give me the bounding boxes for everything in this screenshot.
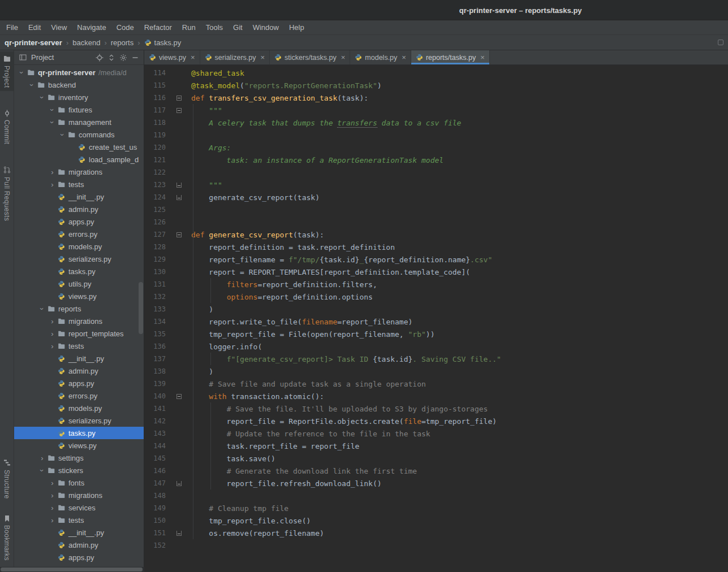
tree-item-stickers[interactable]: ›stickers [14,464,144,476]
editor-tab-reports-tasks-py[interactable]: reports/tasks.py× [411,50,490,64]
tree-item-label: fonts [68,479,84,487]
tree-item-apps-py[interactable]: apps.py [14,551,144,564]
tree-item-settings[interactable]: ›settings [14,452,144,464]
close-tab-icon[interactable]: × [191,54,195,61]
tree-item-fonts[interactable]: ›fonts [14,476,144,489]
tree-item-load-sample-d[interactable]: load_sample_d [14,153,144,166]
tree-item-admin-py[interactable]: admin.py [14,203,144,215]
line-number: 143 [144,430,168,437]
tree-item-create-test-us[interactable]: create_test_us [14,141,144,153]
close-tab-icon[interactable]: × [402,54,406,61]
tool-button-project[interactable]: Project [0,51,14,91]
locate-icon[interactable] [94,53,104,62]
fold-start-icon[interactable] [168,394,189,399]
menu-item-git[interactable]: Git [228,20,248,34]
tree-item-apps-py[interactable]: apps.py [14,215,144,228]
breadcrumb-item-reports[interactable]: reports [111,38,133,47]
chevron-right-icon: › [48,517,57,524]
fold-end-icon[interactable] [168,481,189,486]
fold-start-icon[interactable] [168,96,189,101]
tree-item-report-templates[interactable]: ›report_templates [14,327,144,340]
menu-item-run[interactable]: Run [177,20,201,34]
menu-item-refactor[interactable]: Refactor [139,20,177,34]
tree-item-backend[interactable]: ›backend [14,79,144,91]
project-tree-horizontal-scrollbar[interactable] [1,567,143,571]
tree-root-item[interactable]: ›qr-printer-server/media/d [14,66,144,79]
fold-start-icon[interactable] [168,232,189,237]
settings-icon[interactable] [118,53,128,62]
fold-end-icon[interactable] [168,195,189,200]
project-tree-vertical-scrollbar[interactable] [139,282,143,334]
tree-item-label: utils.py [68,280,91,288]
tree-item-admin-py[interactable]: admin.py [14,539,144,551]
close-tab-icon[interactable]: × [341,54,346,61]
tree-item-tests[interactable]: ›tests [14,178,144,190]
tree-item-migrations[interactable]: ›migrations [14,166,144,178]
tree-item-apps-py[interactable]: apps.py [14,377,144,389]
tree-item-serializers-py[interactable]: serializers.py [14,414,144,427]
editor-line: 128 report_definition = task.report_defi… [144,241,728,253]
tree-item-fixtures[interactable]: ›fixtures [14,103,144,116]
tree-item-init-py[interactable]: __init__.py [14,190,144,203]
editor-tab-serializers-py[interactable]: serializers.py× [200,50,270,64]
tree-item-management[interactable]: ›management [14,116,144,128]
fold-end-icon[interactable] [168,531,189,536]
editor-tab-views-py[interactable]: views.py× [144,50,200,64]
tool-button-structure[interactable]: Structure [0,456,14,502]
folder-icon [57,492,66,499]
tree-item-views-py[interactable]: views.py [14,290,144,302]
menu-item-view[interactable]: View [46,20,72,34]
tree-item-models-py[interactable]: models.py [14,402,144,414]
editor-tab-stickers-tasks-py[interactable]: stickers/tasks.py× [270,50,350,64]
tree-item-init-py[interactable]: __init__.py [14,526,144,539]
python-file-icon [57,392,66,400]
tree-item-errors-py[interactable]: errors.py [14,389,144,402]
menu-item-help[interactable]: Help [284,20,309,34]
tree-item-errors-py[interactable]: errors.py [14,228,144,240]
menu-item-navigate[interactable]: Navigate [72,20,111,34]
tree-item-migrations[interactable]: ›migrations [14,315,144,327]
breadcrumb-item-backend[interactable]: backend [72,38,100,47]
tool-button-commit[interactable]: Commit [0,106,14,148]
tree-item-services[interactable]: ›services [14,501,144,514]
breadcrumb-item-qr-printer-server[interactable]: qr-printer-server [5,38,62,47]
tree-item-views-py[interactable]: views.py [14,439,144,452]
breadcrumb-item-tasks-py[interactable]: tasks.py [144,38,182,47]
editor-tab-models-py[interactable]: models.py× [350,50,411,64]
menu-item-window[interactable]: Window [248,20,284,34]
bookmarks-tool-icon [3,514,11,522]
tool-button-pull-requests[interactable]: Pull Requests [0,163,14,224]
tree-item-migrations[interactable]: ›migrations [14,489,144,501]
chevron-right-icon: › [48,343,57,350]
menu-item-file[interactable]: File [1,20,23,34]
tree-item-reports[interactable]: ›reports [14,302,144,315]
tree-item-tasks-py[interactable]: tasks.py [14,427,144,439]
tree-item-tests[interactable]: ›tests [14,514,144,526]
menu-item-tools[interactable]: Tools [201,20,228,34]
menu-item-edit[interactable]: Edit [23,20,46,34]
tool-button-bookmarks[interactable]: Bookmarks [0,511,14,564]
tree-item-admin-py[interactable]: admin.py [14,365,144,377]
python-file-icon [57,293,66,300]
collapse-all-icon[interactable] [106,53,116,62]
editor-line: 136 logger.info( [144,340,728,353]
chevron-down-icon: › [38,305,46,313]
tree-item-tasks-py[interactable]: tasks.py [14,265,144,278]
tree-item-init-py[interactable]: __init__.py [14,352,144,365]
tree-item-label: tasks.py [68,267,96,276]
menu-item-code[interactable]: Code [111,20,139,34]
tree-item-inventory[interactable]: ›inventory [14,91,144,103]
code-editor[interactable]: 114@shared_task115@task_model("reports.R… [144,65,728,572]
tree-item-models-py[interactable]: models.py [14,240,144,253]
close-tab-icon[interactable]: × [480,54,485,61]
tree-item-commands[interactable]: ›commands [14,128,144,141]
folder-icon [57,318,66,324]
tree-item-tests[interactable]: ›tests [14,340,144,352]
tree-item-serializers-py[interactable]: serializers.py [14,253,144,265]
close-tab-icon[interactable]: × [260,54,265,61]
fold-end-icon[interactable] [168,183,189,188]
folder-icon [57,168,66,175]
tree-item-utils-py[interactable]: utils.py [14,278,144,290]
fold-start-icon[interactable] [168,108,189,113]
hide-icon[interactable] [130,53,140,62]
